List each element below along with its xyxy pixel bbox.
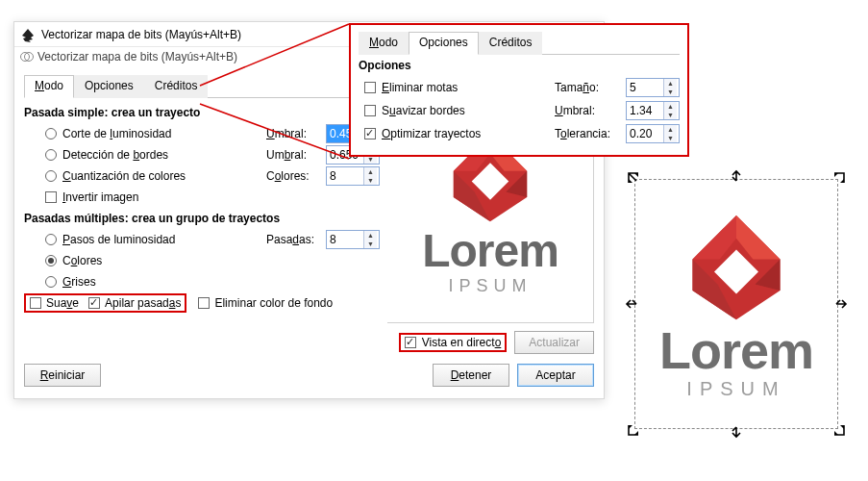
input-size[interactable] xyxy=(627,79,663,96)
callout-tab-opciones[interactable]: Opciones xyxy=(409,32,479,55)
label-pasadas: Pasadas: xyxy=(266,233,322,246)
spinner-size[interactable]: ▲▼ xyxy=(663,79,677,96)
update-button[interactable]: Actualizar xyxy=(514,331,594,354)
single-pass-heading: Pasada simple: crea un trayecto xyxy=(24,106,380,119)
tab-creditos-label: Créditos xyxy=(155,79,198,92)
modo-panel: Pasada simple: crea un trayecto Corte de… xyxy=(24,102,380,323)
input-size-box: ▲▼ xyxy=(626,78,680,97)
label-color-quant: Cuantización de colores xyxy=(62,169,260,183)
window-title: Vectorizar mapa de bits (Mayús+Alt+B) xyxy=(41,22,241,47)
handle-se[interactable] xyxy=(832,423,846,437)
label-colors: Colores xyxy=(62,254,380,267)
logo-lorem: Lorem xyxy=(422,228,558,274)
radio-color-quant[interactable] xyxy=(45,170,57,182)
label-invert: Invertir imagen xyxy=(62,190,380,204)
tab-opciones-label: Opciones xyxy=(85,79,134,92)
checkbox-smooth[interactable] xyxy=(30,297,41,309)
spinner-colores[interactable]: ▲▼ xyxy=(363,167,377,185)
options-callout: Modo Opciones Créditos Opciones Eliminar… xyxy=(349,23,689,157)
checkbox-stack[interactable] xyxy=(88,297,100,309)
label-threshold-opt: Umbral: xyxy=(555,104,626,117)
label-remove-bg: Eliminar color de fondo xyxy=(214,296,333,310)
callout-tabbar: Modo Opciones Créditos xyxy=(359,31,680,55)
input-threshold-opt-box: ▲▼ xyxy=(626,101,680,120)
stop-button[interactable]: Detener xyxy=(433,364,509,387)
panel-path-label: Vectorizar mapa de bits (Mayús+Alt+B) xyxy=(37,50,237,63)
logo-ipsum: IPSUM xyxy=(422,276,558,296)
callout-tab-modo[interactable]: Modo xyxy=(359,32,409,55)
checkbox-live-preview[interactable] xyxy=(405,337,416,348)
label-tolerance: Tolerancia: xyxy=(555,127,626,140)
spinner-threshold-opt[interactable]: ▲▼ xyxy=(663,102,677,119)
radio-edge-detection[interactable] xyxy=(45,149,57,161)
input-colores[interactable] xyxy=(327,167,363,185)
handle-s[interactable] xyxy=(730,425,743,439)
radio-colors[interactable] xyxy=(45,255,57,266)
input-pasadas[interactable] xyxy=(327,231,363,248)
checkbox-remove-bg[interactable] xyxy=(198,297,210,309)
label-brightness-cutoff: Corte de luminosidad xyxy=(62,127,260,140)
canvas-logo-ipsum: IPSUM xyxy=(686,378,785,400)
tab-modo-accel: M xyxy=(35,79,44,92)
accept-button[interactable]: Aceptar xyxy=(517,364,594,387)
label-umbral-2: Umbral: xyxy=(266,148,322,162)
docked-icon xyxy=(20,50,34,63)
callout-tab-creditos[interactable]: Créditos xyxy=(479,32,543,55)
radio-brightness-cutoff[interactable] xyxy=(45,128,57,139)
canvas-logo-icon xyxy=(674,209,799,324)
highlight-smooth-stack: Suave Apilar pasadas xyxy=(24,293,186,313)
input-pasadas-box: ▲▼ xyxy=(326,230,380,249)
handle-w[interactable] xyxy=(625,297,638,311)
handle-ne[interactable] xyxy=(832,171,846,185)
tab-modo[interactable]: Modo xyxy=(24,75,74,98)
label-stack: Apilar pasadas xyxy=(105,296,181,310)
tab-opciones[interactable]: Opciones xyxy=(74,75,144,98)
label-optimize: Optimizar trayectos xyxy=(382,127,481,140)
label-size: Tamaño: xyxy=(555,81,626,94)
spinner-pasadas[interactable]: ▲▼ xyxy=(363,231,377,248)
input-tolerance-box: ▲▼ xyxy=(626,124,680,143)
label-umbral-1: Umbral: xyxy=(266,127,322,140)
multi-pass-heading: Pasadas múltiples: crea un grupo de tray… xyxy=(24,212,380,225)
radio-grays[interactable] xyxy=(45,276,57,288)
handle-n[interactable] xyxy=(730,169,743,183)
label-live-preview: Vista en directo xyxy=(422,336,502,349)
options-heading: Opciones xyxy=(359,59,680,72)
canvas-logo: Lorem IPSUM xyxy=(652,192,821,416)
radio-brightness-steps[interactable] xyxy=(45,234,57,245)
label-grays: Grises xyxy=(62,275,380,289)
canvas-logo-lorem: Lorem xyxy=(659,324,813,376)
checkbox-smooth-corners[interactable] xyxy=(364,105,376,116)
checkbox-speckles[interactable] xyxy=(364,82,376,93)
label-brightness-steps: Pasos de luminosidad xyxy=(62,233,260,246)
input-colores-box: ▲▼ xyxy=(326,166,380,186)
input-tolerance[interactable] xyxy=(627,125,663,142)
input-threshold-opt[interactable] xyxy=(627,102,663,119)
label-speckles: Eliminar motas xyxy=(382,81,458,94)
label-colores: Colores: xyxy=(266,169,322,183)
handle-e[interactable] xyxy=(834,297,848,311)
checkbox-invert[interactable] xyxy=(45,191,57,203)
highlight-live-preview: Vista en directo xyxy=(399,333,508,352)
handle-sw[interactable] xyxy=(627,423,640,437)
reset-button[interactable]: Reiniciar xyxy=(24,364,101,387)
handle-nw[interactable] xyxy=(627,171,640,185)
label-smooth: Suave xyxy=(46,296,79,310)
tab-creditos[interactable]: Créditos xyxy=(144,75,209,98)
canvas-selection: Lorem IPSUM xyxy=(625,169,848,439)
spinner-tolerance[interactable]: ▲▼ xyxy=(663,125,677,142)
label-edge-detection: Detección de bordes xyxy=(62,148,260,162)
checkbox-optimize[interactable] xyxy=(364,128,376,139)
inkscape-icon xyxy=(20,27,36,42)
label-smooth-corners: Suavizar bordes xyxy=(382,104,465,117)
